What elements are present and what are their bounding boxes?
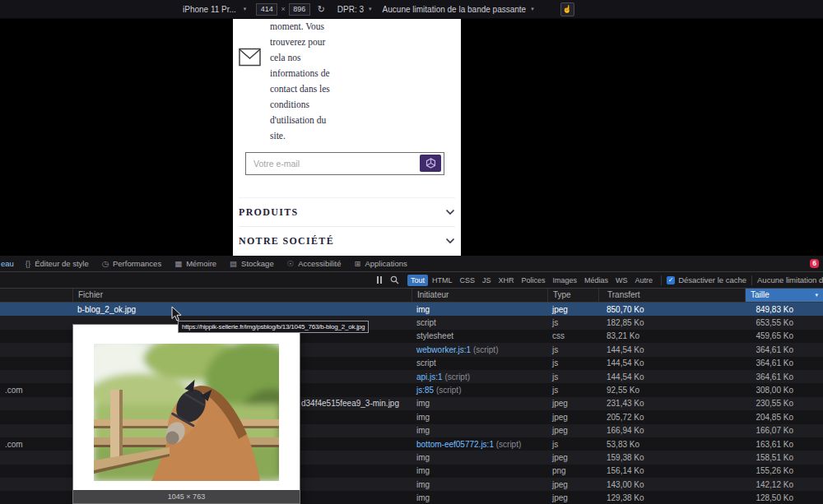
- rdm-throttling-label: Aucune limitation de la bande passante: [383, 5, 527, 14]
- search-icon[interactable]: [390, 275, 399, 284]
- paragraph-line: d'utilisation du: [270, 113, 330, 128]
- paragraph-line: informations de: [270, 66, 330, 81]
- cell-initiator: script: [412, 358, 547, 368]
- cell-file: b-blog_2_ok.jpg: [72, 305, 412, 314]
- style-editor-icon: {}: [26, 259, 30, 268]
- cell-type: jpeg: [547, 453, 598, 462]
- toolbar-separator: [751, 275, 752, 285]
- column-header-file[interactable]: Fichier: [72, 289, 412, 302]
- cell-domain: .com: [0, 440, 72, 449]
- cell-type: css: [547, 331, 598, 340]
- viewport-dimensions: ×: [256, 3, 309, 16]
- cell-transfer: 144,54 Ko: [598, 358, 745, 368]
- footer-accordion-notre-soci-t-[interactable]: NOTRE SOCIÉTÉ: [239, 226, 455, 255]
- cell-transfer: 129,38 Ko: [598, 493, 745, 502]
- network-filter-autre[interactable]: Autre: [632, 275, 657, 286]
- cell-transfer: 231,43 Ko: [598, 399, 745, 408]
- newsletter-form: [245, 152, 444, 175]
- cell-initiator: img: [412, 453, 547, 462]
- network-filter-js[interactable]: JS: [479, 275, 495, 286]
- devtools-tab--diteur-de-style[interactable]: {} Éditeur de style: [19, 256, 95, 271]
- error-count-badge[interactable]: 6: [810, 259, 819, 268]
- cell-size: 364,61 Ko: [745, 372, 823, 381]
- touch-simulation-button[interactable]: ☝: [560, 2, 574, 16]
- dpr-selector[interactable]: DPR: 3 ▾: [337, 5, 372, 14]
- devtools-tab-performances[interactable]: ◷ Performances: [95, 256, 168, 271]
- cell-initiator: bottom-eef05772.js:1 (script): [412, 440, 547, 449]
- cell-type: jpeg: [547, 399, 598, 408]
- network-filter-polices[interactable]: Polices: [518, 275, 549, 286]
- column-header-transfer[interactable]: Transfert: [598, 289, 745, 302]
- applications-icon: ⊞: [355, 259, 361, 268]
- chevron-down-icon: ▾: [531, 6, 534, 12]
- cell-transfer: 143,00 Ko: [598, 480, 745, 489]
- network-table-header: Fichier Initiateur Type Transfert Taille…: [0, 289, 823, 303]
- footer-accordion-produits[interactable]: PRODUITS: [239, 197, 455, 226]
- cell-type: js: [547, 440, 598, 449]
- cell-size: 849,83 Ko: [745, 305, 823, 314]
- cell-transfer: 205,72 Ko: [598, 413, 745, 422]
- chevron-down-icon: [445, 209, 455, 215]
- cell-initiator: api.js:1 (script): [412, 372, 547, 381]
- cell-initiator: img: [412, 493, 547, 502]
- network-request-row[interactable]: b-blog_2_ok.jpg img jpeg 850,70 Ko 849,8…: [0, 303, 823, 316]
- devtools-tab-applications[interactable]: ⊞ Applications: [348, 256, 414, 271]
- performance-icon: ◷: [102, 259, 109, 268]
- cell-transfer: 92,55 Ko: [598, 386, 745, 395]
- storage-icon: ▤: [230, 259, 237, 268]
- network-filter-tout[interactable]: Tout: [407, 275, 428, 286]
- network-filter-ws[interactable]: WS: [612, 275, 631, 286]
- paragraph-line: site.: [270, 128, 330, 144]
- request-type-filters: ToutHTMLCSSJSXHRPolicesImagesMédiasWSAut…: [407, 275, 656, 286]
- disable-cache-checkbox[interactable]: ✓: [667, 276, 675, 284]
- network-toolbar: ToutHTMLCSSJSXHRPolicesImagesMédiasWSAut…: [0, 272, 823, 289]
- cell-transfer: 182,85 Ko: [598, 318, 745, 327]
- network-filter-médias[interactable]: Médias: [581, 275, 611, 286]
- devtools-tab-eau[interactable]: eau: [0, 256, 19, 271]
- column-header-initiator[interactable]: Initiateur: [412, 289, 547, 302]
- toolbar-separator: [661, 275, 662, 285]
- disable-cache-label[interactable]: Désactiver le cache: [678, 275, 746, 284]
- cell-transfer: 144,54 Ko: [598, 345, 745, 354]
- device-selector-label: iPhone 11 Pr...: [183, 5, 236, 14]
- paragraph-line: moment. Vous: [270, 19, 330, 35]
- pause-traffic-icon[interactable]: [377, 276, 382, 284]
- chevron-down-icon: ▾: [244, 6, 247, 12]
- column-header-type[interactable]: Type: [547, 289, 598, 302]
- network-throttling-selector[interactable]: Aucune limitation de la bande ▾: [757, 275, 823, 284]
- url-tooltip: https://hippik-sellerie.fr/img/psblog/b/…: [178, 321, 369, 333]
- cell-size: 163,61 Ko: [745, 440, 823, 449]
- paragraph-line: cela nos: [270, 50, 330, 66]
- column-header-domain[interactable]: [0, 289, 72, 302]
- network-filter-xhr[interactable]: XHR: [495, 275, 518, 286]
- devtools-tab-m-moire[interactable]: ▦ Mémoire: [168, 256, 223, 271]
- cell-type: js: [547, 386, 598, 395]
- newsletter-submit-button[interactable]: [420, 155, 441, 172]
- device-selector[interactable]: iPhone 11 Pr... ▾: [183, 5, 246, 14]
- cell-size: 364,61 Ko: [745, 345, 823, 354]
- network-filter-html[interactable]: HTML: [429, 275, 456, 286]
- screen: iPhone 11 Pr... ▾ × ↻ DPR: 3 ▾ Aucune li…: [0, 0, 823, 504]
- cube-logo-icon: [425, 158, 436, 169]
- cell-initiator: webworker.js:1 (script): [412, 345, 547, 354]
- cell-type: jpeg: [547, 480, 598, 489]
- viewport-width-input[interactable]: [256, 3, 277, 16]
- cell-size: 158,51 Ko: [745, 453, 823, 462]
- column-header-size[interactable]: Taille ▾: [745, 289, 823, 302]
- cell-type: jpeg: [547, 413, 598, 422]
- cell-type: js: [547, 345, 598, 354]
- cell-size: 230,55 Ko: [745, 399, 823, 408]
- network-filter-css[interactable]: CSS: [457, 275, 479, 286]
- network-filter-images[interactable]: Images: [550, 275, 581, 286]
- cell-initiator: stylesheet: [412, 331, 547, 340]
- email-input[interactable]: [246, 153, 444, 174]
- rotate-viewport-button[interactable]: ↻: [318, 5, 325, 14]
- devtools-tabs-list: eau {} Éditeur de style ◷ Performances ▦…: [0, 256, 810, 271]
- devtools-tab-accessibilit-[interactable]: ☉ Accessibilité: [281, 256, 348, 271]
- rdm-throttling-selector[interactable]: Aucune limitation de la bande passante ▾: [383, 5, 534, 14]
- cell-transfer: 83,21 Ko: [598, 331, 745, 340]
- cell-size: 308,00 Ko: [745, 386, 823, 395]
- devtools-tab-stockage[interactable]: ▤ Stockage: [223, 256, 281, 271]
- cell-size: 364,61 Ko: [745, 358, 823, 368]
- viewport-height-input[interactable]: [289, 3, 310, 16]
